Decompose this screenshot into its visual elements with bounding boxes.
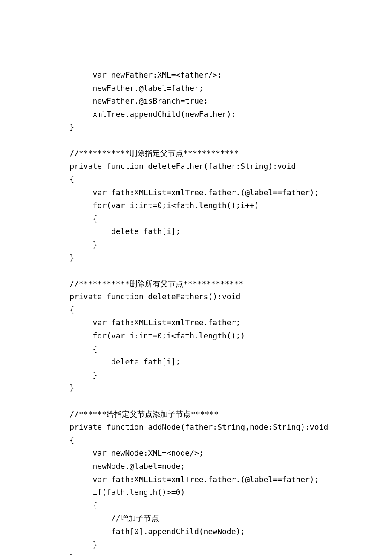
document-page: var newFather:XML=<father/>; newFather.@… — [0, 0, 392, 555]
code-content: var newFather:XML=<father/>; newFather.@… — [51, 69, 358, 555]
